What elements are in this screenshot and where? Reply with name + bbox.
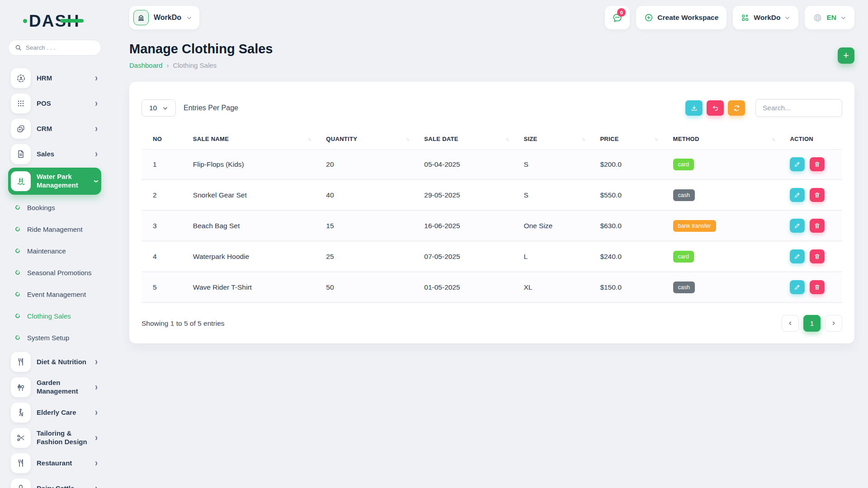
refresh-button[interactable]: [728, 100, 745, 116]
submenu-item-event-management[interactable]: Event Management: [10, 283, 101, 305]
refresh-icon: [733, 104, 741, 112]
sidebar-item-garden-management[interactable]: Garden Management ›: [8, 375, 101, 400]
sidebar-item-label: POS: [37, 99, 89, 108]
edit-button[interactable]: [790, 280, 805, 294]
app-logo[interactable]: DASH: [8, 12, 101, 31]
sort-icon[interactable]: ↑↓: [406, 136, 415, 142]
sidebar-item-diet-nutrition[interactable]: Diet & Nutrition ›: [8, 349, 101, 375]
column-header-size[interactable]: SIZE↑↓: [519, 129, 595, 150]
column-header-no: NO: [142, 129, 189, 150]
document-icon: [11, 144, 31, 164]
chevron-down-icon: [162, 105, 168, 111]
column-header-method[interactable]: METHOD↑↓: [669, 129, 786, 150]
column-header-price[interactable]: PRICE↑↓: [595, 129, 668, 150]
table-search-input[interactable]: [755, 99, 842, 117]
edit-button[interactable]: [790, 219, 805, 233]
sidebar-item-water-park-management[interactable]: Water Park Management ›: [8, 168, 101, 195]
messages-button[interactable]: 0: [605, 6, 630, 29]
sidebar: DASH HRM › POS › CRM ›: [0, 0, 109, 488]
language-code: EN: [826, 14, 836, 22]
column-header-sale-name[interactable]: SALE NAME↑↓: [189, 129, 322, 150]
chevron-down-icon: [784, 15, 790, 21]
sidebar-item-label: Tailoring & Fashion Design: [37, 429, 89, 446]
sort-icon[interactable]: ↑↓: [582, 136, 591, 142]
trash-icon: [814, 284, 821, 291]
create-workspace-button[interactable]: Create Workspace: [636, 6, 726, 29]
delete-button[interactable]: [810, 280, 825, 294]
chevron-right-icon: ›: [95, 98, 98, 109]
sidebar-item-dairy-cattle[interactable]: Dairy Cattle ›: [8, 476, 101, 488]
sidebar-item-label: CRM: [37, 125, 89, 133]
delete-button[interactable]: [810, 157, 825, 171]
trash-icon: [814, 222, 821, 229]
ring-bullet-icon: [14, 313, 21, 319]
sidebar-item-crm[interactable]: CRM ›: [8, 116, 101, 141]
edit-button[interactable]: [790, 249, 805, 263]
topbar-actions: 0 Create Workspace WorkDo: [605, 6, 854, 29]
method-badge: card: [673, 251, 694, 263]
sidebar-item-tailoring-fashion[interactable]: Tailoring & Fashion Design ›: [8, 425, 101, 450]
submenu-item-maintenance[interactable]: Maintenance: [10, 240, 101, 262]
breadcrumb-dashboard-link[interactable]: Dashboard: [129, 61, 162, 69]
entries-per-page-select[interactable]: 10: [142, 99, 176, 117]
export-button[interactable]: [685, 100, 703, 116]
entries-per-page-label: Entries Per Page: [184, 104, 238, 112]
submenu-item-ride-management[interactable]: Ride Management: [10, 218, 101, 240]
sort-icon[interactable]: ↑↓: [308, 136, 317, 142]
workspace-name: WorkDo: [154, 14, 181, 22]
pencil-icon: [794, 222, 801, 229]
grid-plus-icon: [741, 14, 750, 22]
reset-button[interactable]: [707, 100, 724, 116]
breadcrumb-current: Clothing Sales: [173, 61, 217, 69]
sidebar-item-elderly-care[interactable]: Elderly Care ›: [8, 400, 101, 425]
page-header: Manage Clothing Sales Dashboard › Clothi…: [129, 42, 854, 69]
account-menu-button[interactable]: WorkDo: [733, 6, 798, 29]
ring-bullet-icon: [14, 226, 21, 232]
page-1-button[interactable]: 1: [803, 315, 821, 332]
entries-info: Showing 1 to 5 of 5 entries: [142, 319, 225, 328]
sort-icon[interactable]: ↑↓: [772, 136, 781, 142]
pencil-icon: [794, 161, 801, 168]
sidebar-item-label: Water Park Management: [37, 173, 89, 190]
grid-dots-icon: [11, 94, 31, 113]
cutlery-icon: [11, 352, 31, 372]
language-selector[interactable]: EN: [805, 6, 854, 29]
column-header-quantity[interactable]: QUANTITY↑↓: [321, 129, 420, 150]
chevron-down-icon: ›: [90, 180, 102, 183]
cow-bell-icon: [11, 479, 31, 488]
add-clothing-sale-button[interactable]: +: [838, 47, 854, 64]
sort-icon[interactable]: ↑↓: [505, 136, 515, 142]
sidebar-search-input[interactable]: [26, 44, 94, 51]
submenu-item-seasonal-promotions[interactable]: Seasonal Promotions: [10, 262, 101, 283]
ring-bullet-icon: [14, 204, 21, 211]
edit-button[interactable]: [790, 188, 805, 202]
delete-button[interactable]: [810, 219, 825, 233]
previous-page-button[interactable]: ‹: [782, 315, 799, 332]
edit-button[interactable]: [790, 157, 805, 171]
chevron-down-icon: [840, 15, 846, 21]
sidebar-search[interactable]: [8, 40, 101, 56]
submenu-item-clothing-sales[interactable]: Clothing Sales: [10, 305, 101, 327]
sidebar-item-sales[interactable]: Sales ›: [8, 141, 101, 167]
ring-bullet-icon: [14, 291, 21, 297]
sidebar-item-hrm[interactable]: HRM ›: [8, 66, 101, 91]
table-row: 2 Snorkel Gear Set 40 29-05-2025 S $550.…: [142, 180, 842, 211]
delete-button[interactable]: [810, 249, 825, 263]
sidebar-item-restaurant[interactable]: Restaurant ›: [8, 450, 101, 476]
workspace-selector[interactable]: WorkDo: [129, 6, 199, 29]
submenu-item-system-setup[interactable]: System Setup: [10, 327, 101, 348]
delete-button[interactable]: [810, 188, 825, 202]
undo-arrow-icon: [712, 104, 719, 112]
submenu-item-bookings[interactable]: Bookings: [10, 197, 101, 218]
topbar: WorkDo 0 Create Workspace: [129, 5, 854, 30]
sidebar-item-label: Sales: [37, 150, 89, 159]
trees-icon: [11, 377, 31, 397]
sort-icon[interactable]: ↑↓: [655, 136, 664, 142]
sidebar-item-label: Dairy Cattle: [37, 484, 89, 488]
next-page-button[interactable]: ›: [825, 315, 842, 332]
chevron-right-icon: ›: [95, 483, 98, 488]
ring-bullet-icon: [14, 334, 21, 341]
sidebar-item-pos[interactable]: POS ›: [8, 91, 101, 116]
column-header-sale-date[interactable]: SALE DATE↑↓: [420, 129, 519, 150]
trash-icon: [814, 161, 821, 168]
